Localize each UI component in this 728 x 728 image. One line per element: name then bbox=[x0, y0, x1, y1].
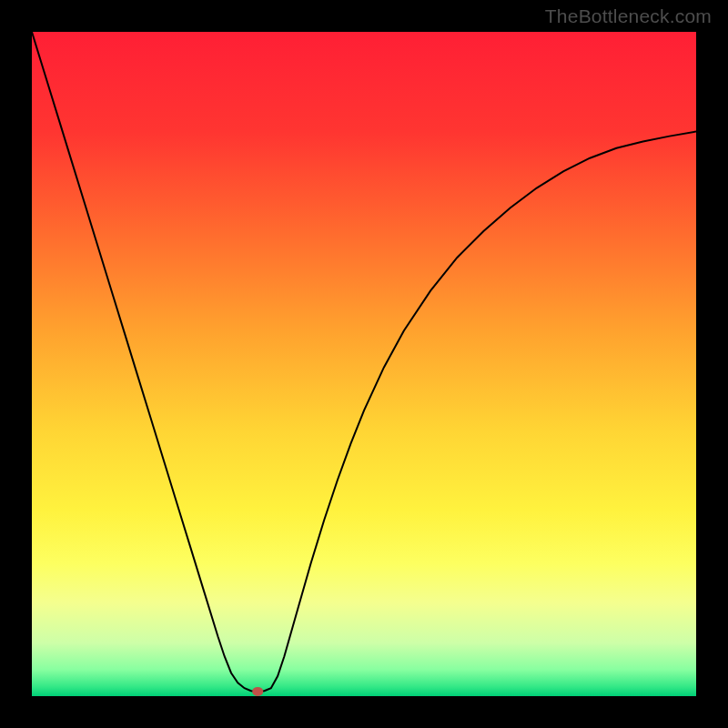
plot-area bbox=[32, 32, 696, 696]
chart-frame: TheBottleneck.com bbox=[0, 0, 728, 728]
optimal-point-marker bbox=[252, 687, 263, 696]
chart-svg bbox=[32, 32, 696, 696]
watermark-text: TheBottleneck.com bbox=[545, 5, 712, 27]
chart-background-rect bbox=[32, 32, 696, 696]
